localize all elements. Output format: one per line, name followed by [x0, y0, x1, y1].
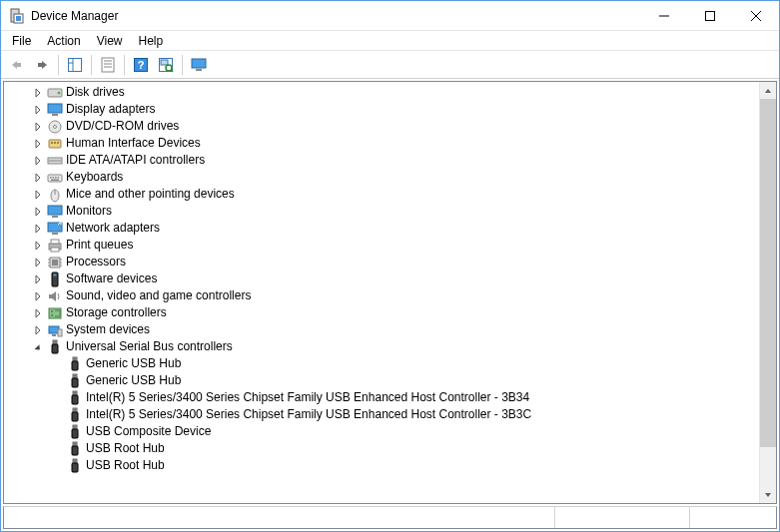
- expand-icon[interactable]: [30, 305, 46, 321]
- menu-file[interactable]: File: [5, 32, 38, 50]
- scroll-track[interactable]: [760, 99, 776, 486]
- titlebar[interactable]: Device Manager: [1, 1, 779, 31]
- tree-item[interactable]: Display adapters: [4, 101, 759, 118]
- leaf-spacer: [50, 373, 66, 389]
- expand-icon[interactable]: [30, 136, 46, 152]
- svg-rect-7: [69, 58, 82, 71]
- software-icon: [46, 271, 64, 287]
- tree-item-label: Universal Serial Bus controllers: [66, 338, 233, 355]
- scroll-down-button[interactable]: [760, 486, 776, 503]
- menu-help[interactable]: Help: [132, 32, 171, 50]
- system-icon: [46, 322, 64, 338]
- leaf-spacer: [50, 441, 66, 457]
- expand-icon[interactable]: [30, 102, 46, 118]
- expand-icon[interactable]: [30, 255, 46, 270]
- menubar: File Action View Help: [1, 31, 779, 51]
- expand-icon[interactable]: [30, 187, 46, 203]
- expand-icon[interactable]: [30, 119, 46, 135]
- tree-item[interactable]: Monitors: [4, 203, 759, 220]
- svg-rect-41: [53, 177, 55, 179]
- svg-rect-71: [52, 344, 58, 353]
- tree-item[interactable]: USB Root Hub: [4, 440, 759, 457]
- expand-icon[interactable]: [30, 322, 46, 338]
- svg-rect-100: [74, 460, 75, 462]
- tree-item[interactable]: Software devices: [4, 270, 759, 287]
- tree-item[interactable]: Keyboards: [4, 169, 759, 186]
- tree-item-label: Intel(R) 5 Series/3400 Series Chipset Fa…: [86, 406, 531, 423]
- svg-rect-96: [74, 443, 75, 445]
- toolbar-separator: [91, 55, 92, 75]
- device-manager-icon: [9, 8, 25, 24]
- tree-item[interactable]: Intel(R) 5 Series/3400 Series Chipset Fa…: [4, 406, 759, 423]
- leaf-spacer: [50, 458, 66, 474]
- status-panel-1: [555, 507, 690, 528]
- tree-item[interactable]: Disk drives: [4, 84, 759, 101]
- maximize-button[interactable]: [687, 1, 733, 30]
- device-tree[interactable]: Disk drives Display adapters DVD/CD-ROM …: [4, 82, 759, 503]
- scroll-up-button[interactable]: [760, 82, 776, 99]
- expand-icon[interactable]: [30, 153, 46, 169]
- expand-icon[interactable]: [30, 238, 46, 254]
- tree-item[interactable]: USB Composite Device: [4, 423, 759, 440]
- tree-item[interactable]: System devices: [4, 321, 759, 338]
- tree-item[interactable]: Processors: [4, 254, 759, 270]
- tree-item[interactable]: Print queues: [4, 237, 759, 254]
- usb-icon: [66, 424, 84, 440]
- tree-item[interactable]: Generic USB Hub: [4, 372, 759, 389]
- expand-icon[interactable]: [30, 288, 46, 304]
- svg-point-65: [51, 310, 53, 312]
- svg-rect-92: [74, 426, 75, 428]
- expand-icon[interactable]: [30, 221, 46, 237]
- menu-view[interactable]: View: [90, 32, 130, 50]
- svg-rect-69: [58, 329, 62, 336]
- svg-rect-70: [53, 340, 57, 344]
- tree-item[interactable]: DVD/CD-ROM drives: [4, 118, 759, 135]
- tree-item-label: DVD/CD-ROM drives: [66, 118, 179, 135]
- tree-item[interactable]: Sound, video and game controllers: [4, 287, 759, 304]
- svg-point-66: [51, 314, 53, 316]
- usb-icon: [66, 407, 84, 423]
- expand-icon[interactable]: [30, 170, 46, 186]
- usb-icon: [66, 390, 84, 406]
- svg-rect-85: [75, 392, 76, 394]
- svg-rect-97: [75, 443, 76, 445]
- vertical-scrollbar[interactable]: [759, 82, 776, 503]
- svg-rect-47: [48, 206, 62, 215]
- tree-item[interactable]: Storage controllers: [4, 304, 759, 321]
- leaf-spacer: [50, 356, 66, 372]
- svg-rect-101: [75, 460, 76, 462]
- status-panel-2: [690, 507, 776, 528]
- tree-item-label: System devices: [66, 321, 150, 338]
- tree-item-label: Monitors: [66, 203, 112, 220]
- minimize-button[interactable]: [641, 1, 687, 30]
- scroll-thumb[interactable]: [760, 99, 776, 447]
- svg-rect-93: [75, 426, 76, 428]
- leaf-spacer: [50, 407, 66, 423]
- svg-rect-89: [75, 409, 76, 411]
- tree-item[interactable]: IDE ATA/ATAPI controllers: [4, 152, 759, 169]
- forward-button[interactable]: [30, 53, 54, 77]
- svg-rect-40: [50, 177, 52, 179]
- tree-item[interactable]: Human Interface Devices: [4, 135, 759, 152]
- show-hide-tree-button[interactable]: [63, 53, 87, 77]
- back-button[interactable]: [5, 53, 29, 77]
- tree-item-label: Mice and other pointing devices: [66, 186, 235, 203]
- close-button[interactable]: [733, 1, 779, 30]
- tree-item[interactable]: USB Root Hub: [4, 457, 759, 474]
- tree-item[interactable]: Intel(R) 5 Series/3400 Series Chipset Fa…: [4, 389, 759, 406]
- expand-icon[interactable]: [30, 271, 46, 287]
- properties-button[interactable]: [96, 53, 120, 77]
- help-button[interactable]: ?: [129, 53, 153, 77]
- status-panel-main: [4, 507, 555, 528]
- menu-action[interactable]: Action: [40, 32, 87, 50]
- tree-item[interactable]: Network adapters: [4, 220, 759, 237]
- svg-rect-79: [72, 378, 78, 387]
- scan-hardware-button[interactable]: [154, 53, 178, 77]
- tree-item[interactable]: Mice and other pointing devices: [4, 186, 759, 203]
- monitor-button[interactable]: [187, 53, 211, 77]
- expand-icon[interactable]: [30, 204, 46, 220]
- tree-item[interactable]: Universal Serial Bus controllers: [4, 338, 759, 355]
- tree-item[interactable]: Generic USB Hub: [4, 355, 759, 372]
- collapse-icon[interactable]: [30, 339, 46, 355]
- expand-icon[interactable]: [30, 85, 46, 101]
